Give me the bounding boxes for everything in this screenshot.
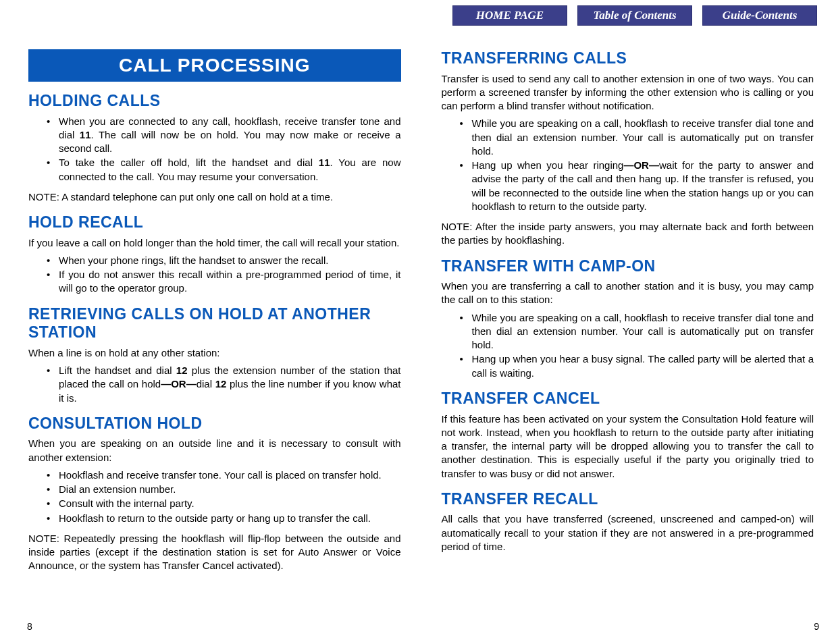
page-columns: CALL PROCESSING HOLDING CALLS When you a… [17,32,817,577]
nav-home-button[interactable]: HOME PAGE [452,5,567,26]
page-number-left: 8 [27,621,32,632]
nav-guide-button[interactable]: Guide-Contents [702,5,817,26]
list-consultation-hold: Hookflash and receive transfer tone. You… [28,468,401,525]
body-text: If this feature has been activated on yo… [442,412,814,481]
heading-consultation-hold: CONSULTATION HOLD [28,414,401,433]
heading-transferring-calls: TRANSFERRING CALLS [442,49,814,68]
heading-transfer-camp-on: TRANSFER WITH CAMP-ON [442,257,814,276]
body-text: All calls that you have transferred (scr… [442,512,814,554]
list-item: Hookflash and receive transfer tone. You… [59,468,401,482]
body-text: When you are transferring a call to anot… [442,279,814,307]
nav-toc-button[interactable]: Table of Contents [577,5,692,26]
note-text: NOTE: A standard telephone can put only … [28,190,401,204]
list-item: Hookflash to return to the outside party… [59,512,401,525]
body-text: When you are speaking on an outside line… [28,437,401,464]
list-transferring-calls: While you are speaking on a call, hookfl… [442,117,814,213]
list-holding-calls: When you are connected to any call, hook… [28,115,401,184]
list-item: When your phone rings, lift the handset … [59,254,401,267]
heading-hold-recall: HOLD RECALL [28,213,401,232]
body-text: When a line is on hold at any other stat… [28,346,401,360]
list-item: Consult with the internal party. [59,497,401,510]
left-column: CALL PROCESSING HOLDING CALLS When you a… [17,49,401,577]
page-number-right: 9 [814,621,819,632]
list-item: While you are speaking on a call, hookfl… [472,311,814,352]
list-item: When you are connected to any call, hook… [59,115,401,156]
list-item: Lift the handset and dial 12 plus the ex… [59,364,401,405]
section-banner: CALL PROCESSING [28,49,401,82]
list-item: Dial an extension number. [59,483,401,496]
note-text: NOTE: Repeatedly pressing the hookflash … [28,532,401,573]
list-item: If you do not answer this recall within … [59,268,401,296]
list-item: Hang up when you hear a busy signal. The… [472,352,814,380]
list-item: While you are speaking on a call, hookfl… [472,117,814,158]
heading-transfer-recall: TRANSFER RECALL [442,490,814,509]
list-item: Hang up when you hear ringing—OR—wait fo… [472,159,814,213]
list-item: To take the caller off hold, lift the ha… [59,156,401,184]
right-column: TRANSFERRING CALLS Transfer is used to s… [442,49,818,577]
nav-bar: HOME PAGE Table of Contents Guide-Conten… [17,5,817,26]
heading-holding-calls: HOLDING CALLS [28,92,401,111]
body-text: Transfer is used to send any call to ano… [442,72,814,113]
list-hold-recall: When your phone rings, lift the handset … [28,254,401,296]
heading-transfer-cancel: TRANSFER CANCEL [442,390,814,408]
list-transfer-camp-on: While you are speaking on a call, hookfl… [442,311,814,380]
body-text: If you leave a call on hold longer than … [28,236,401,250]
heading-retrieving-calls: RETRIEVING CALLS ON HOLD AT ANOTHER STAT… [28,305,401,342]
list-retrieving-calls: Lift the handset and dial 12 plus the ex… [28,364,401,405]
note-text: NOTE: After the inside party answers, yo… [442,220,814,248]
